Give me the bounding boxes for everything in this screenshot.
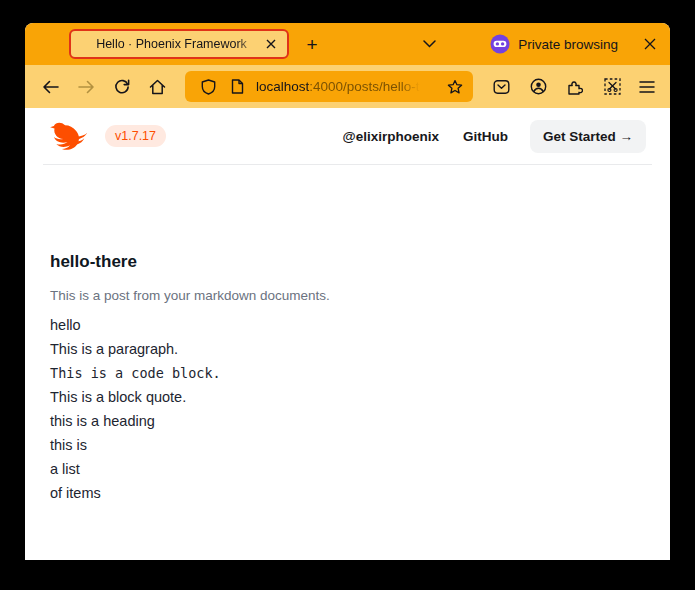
home-button[interactable] (145, 75, 169, 98)
forward-button[interactable] (74, 75, 98, 98)
new-tab-button[interactable]: + (299, 31, 325, 57)
close-icon (266, 39, 276, 49)
tab-close-button[interactable] (262, 35, 280, 53)
tab-title: Hello · Phoenix Framework (81, 37, 262, 51)
navigation-toolbar: localhost:4000/posts/hello-t (25, 65, 670, 108)
site-header: v1.7.17 @elixirphoenix GitHub Get Starte… (25, 108, 670, 164)
star-icon (447, 79, 463, 95)
desktop-background: { "browser": { "tab_title": "Hello · Pho… (0, 0, 695, 590)
post-subtitle: This is a post from your markdown docume… (50, 287, 645, 305)
back-icon (42, 80, 59, 94)
menu-icon (639, 81, 655, 93)
forward-icon (78, 80, 95, 94)
reload-icon (114, 79, 130, 95)
reload-button[interactable] (110, 75, 134, 98)
tab-bar: Hello · Phoenix Framework + Private brow… (25, 23, 670, 65)
mask-icon (490, 34, 510, 54)
post-body: hello This is a paragraph. This is a cod… (50, 313, 645, 505)
page-content: v1.7.17 @elixirphoenix GitHub Get Starte… (25, 108, 670, 560)
extensions-button[interactable] (563, 75, 587, 98)
account-icon (530, 78, 547, 95)
post-line: this is (50, 433, 645, 457)
link-github[interactable]: GitHub (463, 129, 508, 144)
chevron-down-icon (423, 40, 436, 48)
list-all-tabs-button[interactable] (417, 33, 441, 55)
tab-hello-phoenix[interactable]: Hello · Phoenix Framework (69, 29, 289, 59)
url-host: localhost (256, 79, 309, 94)
pocket-button[interactable] (489, 75, 513, 98)
post-line: this is a heading (50, 409, 645, 433)
menu-button[interactable] (635, 75, 659, 98)
home-icon (149, 79, 166, 95)
close-icon (644, 38, 656, 50)
tracking-protection-button[interactable] (197, 76, 219, 98)
version-badge: v1.7.17 (105, 125, 166, 147)
pocket-icon (493, 79, 510, 95)
screenshot-button[interactable] (600, 75, 624, 98)
url-path: :4000/posts/hello-t (309, 79, 419, 94)
bookmark-button[interactable] (443, 75, 467, 99)
post-line: a list (50, 457, 645, 481)
post-line: of items (50, 481, 645, 505)
extensions-icon (567, 79, 583, 95)
post-title: hello-there (50, 250, 645, 274)
plus-icon: + (306, 35, 317, 54)
post-code-line: This is a code block. (50, 361, 645, 385)
phoenix-logo (50, 121, 90, 152)
post-line: This is a block quote. (50, 385, 645, 409)
account-button[interactable] (526, 75, 550, 98)
private-browsing-label: Private browsing (518, 37, 618, 52)
window-close-button[interactable] (638, 33, 662, 55)
get-started-button[interactable]: Get Started → (530, 120, 646, 153)
post-article: hello-there This is a post from your mar… (25, 165, 670, 505)
url-bar[interactable]: localhost:4000/posts/hello-t (185, 71, 473, 102)
post-line: hello (50, 313, 645, 337)
screenshot-icon (604, 78, 621, 95)
site-security-button[interactable] (226, 76, 248, 98)
browser-window: Hello · Phoenix Framework + Private brow… (25, 23, 670, 560)
post-line: This is a paragraph. (50, 337, 645, 361)
url-text[interactable]: localhost:4000/posts/hello-t (256, 79, 420, 94)
private-browsing-badge: Private browsing (490, 23, 618, 65)
shield-icon (201, 79, 216, 95)
link-elixirphoenix[interactable]: @elixirphoenix (343, 129, 439, 144)
page-icon (231, 79, 244, 94)
back-button[interactable] (38, 75, 62, 98)
